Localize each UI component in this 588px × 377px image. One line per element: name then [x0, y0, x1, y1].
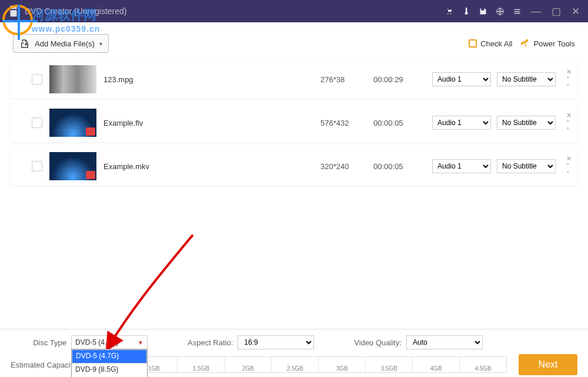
move-up-icon[interactable]: ˄ — [566, 76, 572, 83]
check-all-toggle[interactable]: Check All — [469, 39, 512, 48]
file-duration: 00:00:05 — [373, 162, 432, 171]
audio-select[interactable]: Audio 1 — [432, 116, 491, 130]
add-file-icon — [19, 38, 30, 49]
power-tools-label: Power Tools — [533, 39, 575, 48]
maximize-button[interactable]: ▢ — [550, 5, 562, 18]
remove-row-icon[interactable]: ✕ — [566, 156, 572, 162]
bottom-bar: Disc Type DVD-5 (4.7G) ▼ DVD-5 (4.7G) DV… — [0, 329, 588, 377]
disc-type-label: Disc Type — [11, 338, 66, 347]
menu-icon[interactable] — [513, 7, 522, 16]
toolbar: Add Media File(s) ▾ Check All Power Tool… — [0, 22, 588, 60]
estimated-capacity-label: Estimated Capacity: — [11, 361, 79, 369]
file-row: Example.flv 576*432 00:00:05 Audio 1 No … — [11, 103, 577, 142]
app-logo-icon — [7, 5, 20, 18]
power-tools-button[interactable]: Power Tools — [519, 38, 575, 50]
move-up-icon[interactable]: ˄ — [566, 120, 572, 126]
add-media-button[interactable]: Add Media File(s) ▾ — [13, 34, 109, 53]
move-down-icon[interactable]: ˅ — [566, 84, 572, 90]
row-checkbox[interactable] — [32, 74, 42, 85]
disc-type-value: DVD-5 (4.7G) — [75, 338, 118, 346]
move-down-icon[interactable]: ˅ — [566, 127, 572, 134]
disc-type-option[interactable]: DVD-5 (4.7G) — [72, 349, 147, 363]
close-button[interactable]: ✕ — [570, 5, 581, 18]
file-duration: 00:00:29 — [373, 75, 432, 84]
titlebar: DVD Creator (Unregistered) — ▢ ✕ — [0, 0, 588, 22]
file-duration: 00:00:05 — [373, 119, 432, 127]
row-checkbox[interactable] — [32, 117, 42, 128]
thumb-badge-icon — [86, 171, 95, 179]
aspect-ratio-select[interactable]: 16:9 — [238, 335, 314, 349]
video-quality-select[interactable]: Auto — [406, 335, 483, 349]
disc-type-select[interactable]: DVD-5 (4.7G) ▼ — [71, 335, 148, 349]
thermometer-icon[interactable] — [462, 7, 470, 16]
add-media-label: Add Media File(s) — [35, 39, 95, 48]
capacity-tick: 4.5GB — [459, 357, 506, 372]
next-button[interactable]: Next — [519, 354, 577, 375]
minimize-button[interactable]: — — [530, 5, 542, 18]
file-row: 123.mpg 276*38 00:00:29 Audio 1 No Subti… — [11, 60, 577, 99]
capacity-tick: 2GB — [224, 357, 271, 372]
file-name: Example.mkv — [103, 162, 320, 171]
capacity-tick: 2.5GB — [271, 357, 318, 372]
capacity-tick: 3GB — [318, 357, 365, 372]
file-resolution: 276*38 — [320, 75, 373, 84]
file-name: 123.mpg — [103, 75, 320, 84]
audio-select[interactable]: Audio 1 — [432, 72, 491, 86]
file-name: Example.flv — [103, 119, 320, 127]
subtitle-select[interactable]: No Subtitle — [497, 159, 556, 173]
file-row: Example.mkv 320*240 00:00:05 Audio 1 No … — [11, 147, 577, 186]
remove-row-icon[interactable]: ✕ — [566, 112, 572, 119]
save-icon[interactable] — [479, 7, 487, 16]
thumb-badge-icon — [86, 127, 95, 136]
file-resolution: 320*240 — [320, 162, 373, 171]
file-list: 123.mpg 276*38 00:00:29 Audio 1 No Subti… — [0, 60, 588, 186]
cart-icon[interactable] — [445, 7, 453, 16]
thumbnail[interactable] — [49, 109, 96, 137]
thumbnail[interactable] — [49, 152, 96, 180]
dropdown-arrow-icon: ▼ — [138, 339, 143, 346]
file-resolution: 576*432 — [320, 119, 373, 127]
video-quality-label: Video Quality: — [354, 338, 402, 347]
audio-select[interactable]: Audio 1 — [432, 159, 491, 173]
disc-type-dropdown: DVD-5 (4.7G) DVD-9 (8.5G) BD-25 (25GB) B… — [71, 349, 148, 377]
tools-icon — [519, 38, 530, 50]
move-down-icon[interactable]: ˅ — [566, 171, 572, 177]
checkbox-icon — [469, 39, 477, 48]
row-checkbox[interactable] — [32, 161, 42, 171]
capacity-tick: 3.5GB — [365, 357, 412, 372]
check-all-label: Check All — [480, 39, 512, 48]
chevron-down-icon: ▾ — [99, 41, 102, 47]
thumbnail[interactable] — [49, 65, 96, 93]
disc-type-option[interactable]: DVD-9 (8.5G) — [72, 363, 147, 375]
remove-row-icon[interactable]: ✕ — [566, 69, 572, 75]
app-title: DVD Creator (Unregistered) — [25, 6, 445, 16]
aspect-ratio-label: Aspect Ratio: — [188, 338, 233, 347]
subtitle-select[interactable]: No Subtitle — [497, 116, 556, 130]
capacity-tick: 4GB — [412, 357, 459, 372]
move-up-icon[interactable]: ˄ — [566, 163, 572, 170]
globe-icon[interactable] — [496, 7, 505, 16]
capacity-tick: 1.5GB — [177, 357, 224, 372]
subtitle-select[interactable]: No Subtitle — [497, 72, 556, 86]
